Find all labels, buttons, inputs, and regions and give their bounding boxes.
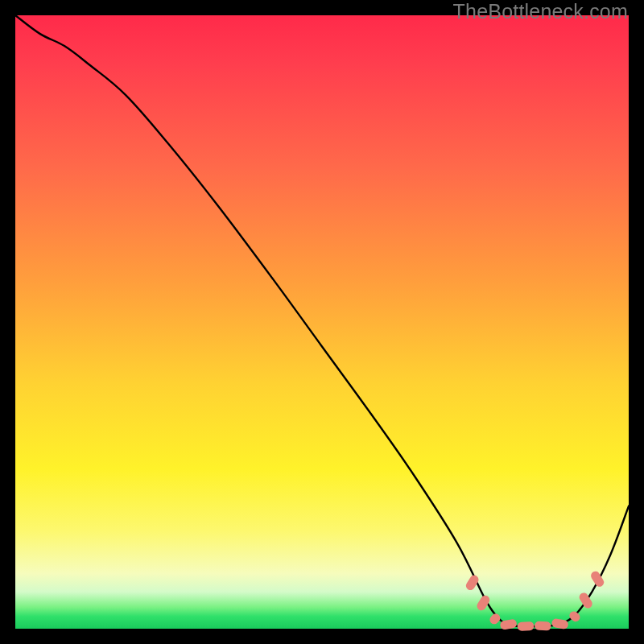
- chart-svg: [15, 15, 629, 629]
- dash-marker: [500, 618, 518, 630]
- dash-marker: [551, 618, 569, 630]
- dash-marker: [535, 621, 551, 631]
- chart-stage: TheBottleneck.com: [0, 0, 644, 644]
- dash-marker: [517, 621, 534, 631]
- bottleneck-curve: [15, 15, 629, 626]
- dash-marker: [475, 594, 491, 613]
- chart-plot-area: [15, 15, 629, 629]
- dash-marker: [488, 612, 502, 625]
- watermark-text: TheBottleneck.com: [453, 0, 628, 23]
- dash-marker: [568, 609, 582, 623]
- dash-markers-group: [464, 570, 605, 631]
